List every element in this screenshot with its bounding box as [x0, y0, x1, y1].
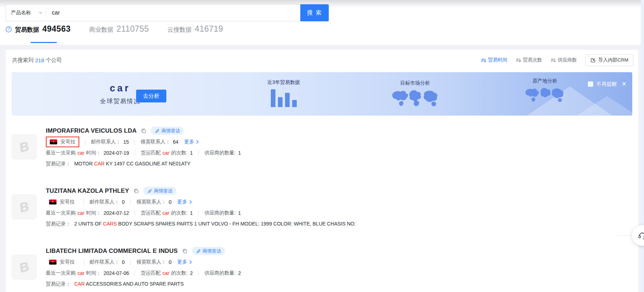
logo-glyph: B: [19, 138, 29, 155]
email-contacts-value: 15: [123, 139, 129, 145]
radar-badge-label: 商情雷达: [203, 248, 221, 254]
divider: [135, 211, 135, 216]
copy-icon[interactable]: [133, 188, 139, 194]
sort-label: 贸易次数: [523, 57, 542, 63]
supplier-count-value: 1: [238, 150, 241, 156]
copy-icon[interactable]: [141, 128, 146, 134]
svg-text:?: ?: [8, 27, 10, 31]
company-name[interactable]: LIBATECH LIMITADA COMMERCIAL E INDUS: [46, 248, 178, 255]
results-controls: 贸易时间 贸易次数 供应商数 导入内部CRM: [481, 54, 633, 66]
banner-dismiss: 不再提醒 ✕: [588, 81, 627, 87]
banner-close-icon[interactable]: ✕: [622, 81, 627, 87]
supplier-label: 供应商的数量:: [204, 270, 236, 276]
question-icon[interactable]: ?: [6, 26, 12, 32]
match-count-value: 1: [190, 210, 193, 216]
company-logo-placeholder[interactable]: B: [12, 255, 37, 280]
divider: [85, 139, 85, 145]
sort-trade-time[interactable]: 贸易时间: [481, 57, 507, 63]
mini-bar: [278, 97, 283, 107]
country-box: ✶ 安哥拉: [46, 197, 78, 207]
supplier-count-value: 2: [238, 270, 241, 276]
search-button[interactable]: 搜 索: [300, 4, 329, 21]
feature-label: 目标市场分析: [387, 80, 444, 86]
match-label: 货运匹配: [141, 210, 161, 216]
divider: [130, 200, 131, 205]
supplier-count-value: 1: [238, 210, 241, 216]
results-panel: 共搜索到 218 个公司 贸易时间 贸易次数 供应商数 导入内部CRM: [6, 50, 638, 292]
more-label: 更多: [184, 139, 194, 145]
trade-record-text: MOTOR CAR KY 1497 CC GASOLINE AT NE01ATY: [74, 161, 190, 166]
divider: [198, 150, 199, 156]
country-name: 安哥拉: [60, 139, 75, 145]
divider: [135, 150, 135, 156]
more-link[interactable]: 更多: [177, 259, 193, 265]
email-contacts-label: 邮件联系人：: [90, 199, 119, 205]
found-prefix: 共搜索到: [12, 57, 33, 64]
scrollbar-track[interactable]: [641, 0, 644, 292]
keyword-red: car: [77, 150, 84, 156]
chevron-down-icon: [39, 11, 42, 15]
chevron-right-icon: [188, 200, 193, 204]
company-logo-placeholder[interactable]: B: [12, 195, 37, 219]
company-card-body: TUZITANA KAZOLA PTHLEY 商情雷达 ✶ 安哥拉: [46, 187, 632, 227]
match-label: 货运匹配: [141, 270, 161, 276]
email-contacts-label: 邮件联系人：: [91, 139, 121, 145]
radar-badge-label: 商情雷达: [161, 128, 180, 134]
country-highlight-box[interactable]: ✶ 安哥拉: [46, 137, 79, 147]
company-card: B IMPORAFRICA VEICULOS LDA 商情雷达 ✶ 安哥拉: [12, 117, 632, 177]
trade-record-text: 2 UNITS OF CARS BODY SCRAPS SPARES PARTS…: [74, 221, 356, 227]
record-keyword: CAR: [94, 161, 105, 166]
chevron-right-icon: [195, 140, 199, 144]
keyword-red: car: [77, 210, 84, 216]
angola-flag-icon: ✶: [49, 200, 57, 205]
world-map-icon: [390, 89, 440, 108]
sort-supplier-count[interactable]: 供应商数: [551, 57, 577, 63]
mini-bar: [271, 89, 275, 107]
sort-trade-count[interactable]: 贸易次数: [516, 57, 542, 63]
last-purchase-date: 2024-07-06: [103, 270, 129, 276]
results-header: 共搜索到 218 个公司 贸易时间 贸易次数 供应商数 导入内部CRM: [12, 54, 633, 66]
tab-business-data[interactable]: 商业数据 2110755: [89, 24, 149, 34]
tab-label: 商业数据: [89, 26, 113, 34]
trade-analysis-banner: car 全球贸易情况 去分析 近3年贸易数据 目标市场分析 原产地分: [12, 72, 632, 116]
analyze-button[interactable]: 去分析: [136, 90, 166, 102]
business-radar-badge[interactable]: 商情雷达: [143, 187, 176, 195]
linkedin-contacts-value: 64: [173, 139, 179, 145]
search-input[interactable]: [46, 5, 301, 21]
business-radar-badge[interactable]: 商情雷达: [151, 127, 184, 135]
found-suffix: 个公司: [46, 57, 62, 64]
company-logo-placeholder[interactable]: B: [12, 134, 37, 159]
match-count-value: 1: [190, 150, 193, 156]
search-category-select[interactable]: 产品名称: [6, 5, 46, 21]
more-link[interactable]: 更多: [177, 199, 193, 205]
email-contacts-value: 0: [122, 259, 125, 265]
business-radar-badge[interactable]: 商情雷达: [192, 247, 225, 255]
dont-remind-label: 不再提醒: [596, 81, 617, 87]
email-contacts-label: 邮件联系人：: [90, 259, 119, 265]
company-card-body: IMPORAFRICA VEICULOS LDA 商情雷达 ✶ 安哥拉: [46, 127, 632, 167]
copy-icon[interactable]: [182, 248, 188, 254]
supplier-label: 供应商的数量:: [204, 210, 236, 216]
chevron-right-icon: [188, 260, 193, 264]
more-label: 更多: [177, 259, 187, 265]
feature-label: 近3年贸易数据: [259, 79, 308, 86]
headset-icon: [638, 231, 644, 240]
company-name[interactable]: TUZITANA KAZOLA PTHLEY: [46, 187, 129, 195]
import-crm-button[interactable]: 导入内部CRM: [585, 54, 633, 66]
linkedin-contacts-value: 0: [169, 199, 172, 205]
dont-remind-checkbox[interactable]: [588, 81, 593, 87]
logo-glyph: B: [19, 198, 29, 216]
more-link[interactable]: 更多: [184, 139, 199, 145]
banner-mountain-decoration: [577, 96, 632, 116]
feature-origin-analysis: 原产地分析: [518, 78, 571, 106]
radar-badge-label: 商情雷达: [154, 188, 172, 194]
tab-trade-data[interactable]: ? 贸易数据 494563: [6, 24, 71, 34]
company-list: B IMPORAFRICA VEICULOS LDA 商情雷达 ✶ 安哥拉: [12, 117, 632, 292]
linkedin-contacts-label: 领英联系人：: [136, 259, 166, 265]
tab-label: 云搜数据: [167, 26, 192, 34]
company-name[interactable]: IMPORAFRICA VEICULOS LDA: [46, 127, 136, 134]
tab-cloud-search-data[interactable]: 云搜数据 416719: [167, 24, 223, 34]
company-card: B TUZITANA KAZOLA PTHLEY 商情雷达 ✶ 安哥拉: [12, 177, 632, 237]
time-label: 时间：: [86, 210, 101, 216]
world-map-icon: [524, 86, 566, 104]
